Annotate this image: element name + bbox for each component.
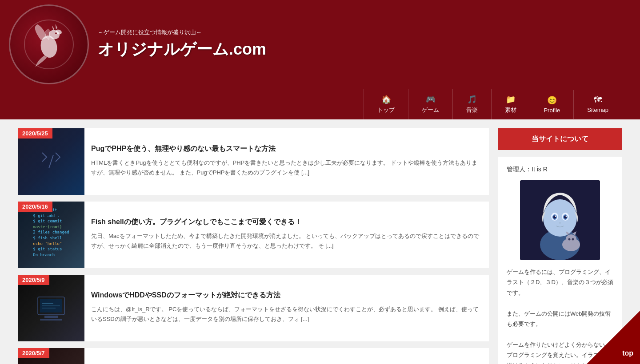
logo-area: ～ゲーム開発に役立つ情報が盛り沢山～ オリジナルゲーム.com bbox=[9, 4, 266, 84]
back-to-top-label: top bbox=[622, 349, 633, 357]
svg-point-34 bbox=[566, 234, 576, 243]
nav-label-materials: 素材 bbox=[505, 106, 516, 114]
article-card: 2020/5/25 PugでPHPを使う、無理やり感のない最もスマートな方法 H… bbox=[18, 128, 489, 195]
article-card: 2020/5/9 WindowsでHDDやSSDのフォ bbox=[18, 275, 489, 341]
home-icon: 🏠 bbox=[381, 95, 391, 104]
article-title[interactable]: PugでPHPを使う、無理やり感のない最もスマートな方法 bbox=[91, 144, 482, 154]
admin-label: 管理人：It is R bbox=[507, 166, 613, 174]
site-subtitle: ～ゲーム開発に役立つ情報が盛り沢山～ bbox=[98, 28, 266, 36]
nav-item-game[interactable]: 🎮 ゲーム bbox=[408, 89, 453, 119]
computer-icon bbox=[36, 293, 67, 324]
game-icon: 🎮 bbox=[426, 95, 436, 104]
folder-icon: 📁 bbox=[506, 95, 516, 104]
nav-label-music: 音楽 bbox=[466, 106, 478, 114]
sitemap-icon: 🗺 bbox=[594, 95, 602, 105]
nav-item-music[interactable]: 🎵 音楽 bbox=[453, 89, 492, 119]
sidebar-card: 管理人：It is R bbox=[498, 157, 622, 364]
code-icon bbox=[38, 148, 64, 175]
article-card: 2020/5/7 Macで「デフォルトシェルはzshに bbox=[18, 348, 489, 364]
articles-list: 2020/5/25 PugでPHPを使う、無理やり感のない最もスマートな方法 H… bbox=[18, 128, 489, 364]
article-content: Fish shellの使い方。プラグインなしでもここまで可愛くできる！ 先日、M… bbox=[84, 202, 489, 268]
nav-item-materials[interactable]: 📁 素材 bbox=[492, 89, 530, 119]
nav-label-sitemap: Sitemap bbox=[587, 107, 608, 113]
article-title[interactable]: WindowsでHDDやSSDのフォーマットが絶対にできる方法 bbox=[91, 290, 482, 300]
nav-item-profile[interactable]: 😊 Profile bbox=[530, 90, 574, 119]
date-badge: 2020/5/7 bbox=[18, 348, 49, 358]
article-content: PugでPHPを使う、無理やり感のない最もスマートな方法 HTMLを書くときPu… bbox=[84, 128, 489, 195]
date-badge: 2020/5/25 bbox=[18, 128, 52, 138]
article-title[interactable]: Fish shellの使い方。プラグインなしでもここまで可愛くできる！ bbox=[91, 217, 482, 227]
svg-point-24 bbox=[543, 199, 577, 237]
svg-point-31 bbox=[555, 216, 556, 217]
sidebar: 当サイトについて 管理人：It is R bbox=[498, 128, 622, 364]
admin-avatar bbox=[520, 180, 600, 260]
logo-image bbox=[9, 4, 89, 84]
svg-line-6 bbox=[49, 155, 53, 168]
svg-rect-8 bbox=[44, 316, 58, 318]
nav-label-profile: Profile bbox=[544, 107, 560, 114]
header: ～ゲーム開発に役立つ情報が盛り沢山～ オリジナルゲーム.com 🔍 🏠 トップ … bbox=[0, 0, 640, 119]
header-top: ～ゲーム開発に役立つ情報が盛り沢山～ オリジナルゲーム.com 🔍 bbox=[0, 0, 640, 84]
main-content: 2020/5/25 PugでPHPを使う、無理やり感のない最もスマートな方法 H… bbox=[0, 119, 640, 364]
svg-point-36 bbox=[572, 238, 574, 241]
svg-rect-9 bbox=[40, 319, 62, 320]
main-nav: 🏠 トップ 🎮 ゲーム 🎵 音楽 📁 素材 😊 Profile 🗺 Sitema… bbox=[0, 89, 640, 119]
nav-label-game: ゲーム bbox=[422, 106, 439, 114]
article-content: Macで「デフォルトシェルはzshになったよ」と表示されるときの対処法 bbox=[84, 348, 489, 364]
nav-item-sitemap[interactable]: 🗺 Sitemap bbox=[574, 90, 622, 119]
svg-point-35 bbox=[568, 238, 571, 241]
article-content: WindowsでHDDやSSDのフォーマットが絶対にできる方法 こんにちは、@I… bbox=[84, 275, 489, 341]
date-badge: 2020/5/9 bbox=[18, 275, 49, 285]
nav-label-top: トップ bbox=[377, 106, 395, 114]
logo-text-area: ～ゲーム開発に役立つ情報が盛り沢山～ オリジナルゲーム.com bbox=[98, 28, 266, 60]
music-icon: 🎵 bbox=[467, 95, 477, 104]
svg-point-4 bbox=[55, 32, 57, 34]
avatar-image bbox=[520, 180, 600, 260]
dragon-icon bbox=[22, 18, 76, 71]
sidebar-desc-1: ゲームを作るには、プログラミング、イラスト（２D、３D）、音楽の３つが必須です。… bbox=[507, 267, 613, 364]
article-card: 2020/5/16 $ git init $ git add . $ git c… bbox=[18, 202, 489, 268]
site-title: オリジナルゲーム.com bbox=[98, 39, 266, 60]
profile-icon: 😊 bbox=[547, 95, 557, 105]
article-excerpt: こんにちは、@It_is_Rです。 PCを使っているならば、フォーマットをせざる… bbox=[91, 305, 482, 324]
date-badge: 2020/5/16 bbox=[18, 202, 52, 212]
article-excerpt: 先日、Macをフォーマットしたため、今まで構築したきた開発環境が消えました。 と… bbox=[91, 231, 482, 251]
nav-item-top[interactable]: 🏠 トップ bbox=[364, 89, 408, 119]
article-excerpt: HTMLを書くときPugを使うととても便利なのですが、PHPを書きたいと思ったと… bbox=[91, 158, 482, 178]
svg-point-32 bbox=[566, 216, 567, 217]
about-site-button[interactable]: 当サイトについて bbox=[498, 128, 622, 150]
